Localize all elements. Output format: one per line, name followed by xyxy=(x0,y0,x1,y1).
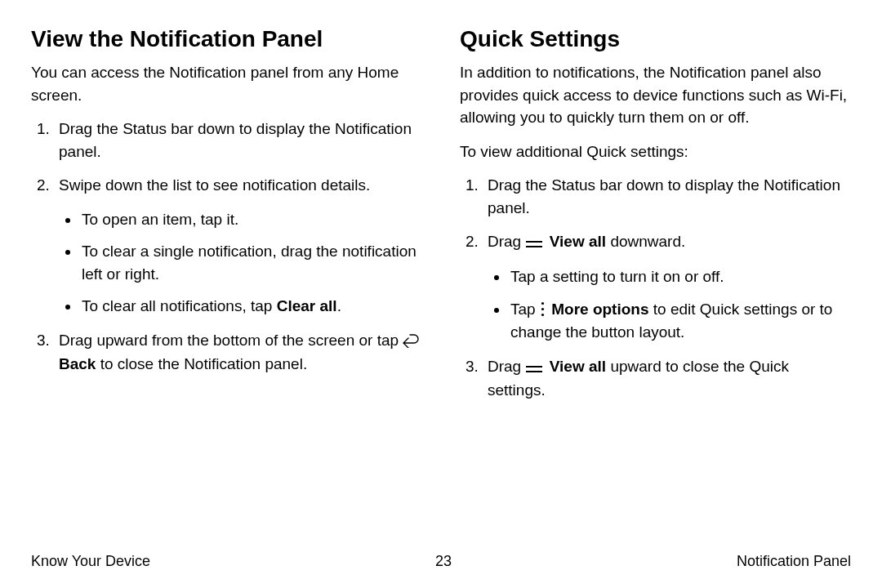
back-label: Back xyxy=(59,355,96,372)
right-intro: In addition to notifications, the Notifi… xyxy=(460,61,851,129)
text: Drag xyxy=(488,233,525,250)
text: Tap xyxy=(510,301,540,318)
more-options-icon xyxy=(540,299,546,322)
left-step-2-bullet-1: To open an item, tap it. xyxy=(80,208,422,231)
clear-all-label: Clear all xyxy=(277,297,337,314)
left-step-2-bullet-3: To clear all notifications, tap Clear al… xyxy=(80,295,422,318)
right-steps: Drag the Status bar down to display the … xyxy=(460,174,851,401)
left-step-1: Drag the Status bar down to display the … xyxy=(54,118,422,163)
view-all-label: View all xyxy=(550,358,606,375)
text: Drag xyxy=(488,358,525,375)
footer-page-number: 23 xyxy=(435,553,452,570)
right-step-1: Drag the Status bar down to display the … xyxy=(483,174,851,219)
left-step-2-bullet-2: To clear a single notification, drag the… xyxy=(80,240,422,285)
view-all-icon xyxy=(525,231,543,254)
more-options-label: More options xyxy=(551,301,648,318)
left-step-2-bullets: To open an item, tap it. To clear a sing… xyxy=(59,208,422,318)
two-column-layout: View the Notification Panel You can acce… xyxy=(31,24,851,412)
right-step-3: Drag View all upward to close the Quick … xyxy=(483,355,851,401)
svg-point-4 xyxy=(541,314,544,316)
svg-point-2 xyxy=(541,302,544,305)
footer-topic: Notification Panel xyxy=(737,553,851,570)
text: to close the Notification panel. xyxy=(96,355,307,372)
footer-section-title: Know Your Device xyxy=(31,553,150,570)
right-step-2: Drag View all downward. Tap a setting to… xyxy=(483,230,851,344)
left-step-3: Drag upward from the bottom of the scree… xyxy=(54,329,422,375)
text: To clear all notifications, tap xyxy=(82,297,277,314)
right-lead: To view additional Quick settings: xyxy=(460,140,851,163)
left-step-2-text: Swipe down the list to see notification … xyxy=(59,176,370,194)
right-step-2-bullets: Tap a setting to turn it on or off. Tap … xyxy=(488,265,851,344)
right-step-2-bullet-2: Tap More options to edit Quick settings … xyxy=(509,298,851,344)
view-all-icon xyxy=(525,356,543,379)
text: . xyxy=(337,297,341,314)
right-step-2-bullet-1: Tap a setting to turn it on or off. xyxy=(509,265,851,288)
right-column: Quick Settings In addition to notificati… xyxy=(460,24,851,412)
text: Drag upward from the bottom of the scree… xyxy=(59,332,403,349)
text: downward. xyxy=(606,233,685,250)
svg-point-3 xyxy=(541,308,544,310)
back-icon xyxy=(403,330,419,353)
manual-page: View the Notification Panel You can acce… xyxy=(0,0,882,588)
right-heading: Quick Settings xyxy=(460,24,851,53)
page-footer: Know Your Device 23 Notification Panel xyxy=(31,553,851,570)
left-step-2: Swipe down the list to see notification … xyxy=(54,174,422,318)
left-intro: You can access the Notification panel fr… xyxy=(31,61,422,106)
left-column: View the Notification Panel You can acce… xyxy=(31,24,422,412)
left-heading: View the Notification Panel xyxy=(31,24,422,53)
left-steps: Drag the Status bar down to display the … xyxy=(31,118,422,375)
view-all-label: View all xyxy=(550,233,606,250)
